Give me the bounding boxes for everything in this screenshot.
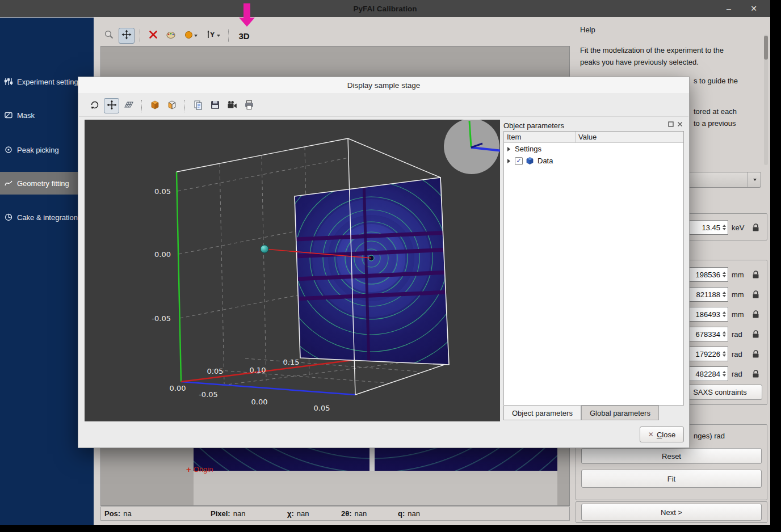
orange-circle-icon <box>184 31 193 41</box>
svg-text:-0.05: -0.05 <box>199 390 218 399</box>
tab-global-parameters[interactable]: Global parameters <box>581 406 659 420</box>
titlebar[interactable]: PyFAI Calibration – ✕ <box>0 0 770 17</box>
mask-icon <box>3 111 14 120</box>
lock-icon[interactable] <box>752 271 760 279</box>
dialog-close-button[interactable]: ✕ Close <box>640 427 684 442</box>
column-value[interactable]: Value <box>576 132 683 142</box>
help-text-fragment: tored at each <box>694 107 737 116</box>
next-button[interactable]: Next > <box>581 504 762 521</box>
origin-label: Origin <box>194 465 213 474</box>
3d-view-button[interactable]: 3D <box>234 28 254 44</box>
float-panel-icon[interactable] <box>667 121 674 127</box>
3d-canvas[interactable]: 0.05 0.00 -0.05 0.00 -0.05 0.00 0.05 0.0… <box>85 120 500 421</box>
svg-text:0.05: 0.05 <box>207 367 224 375</box>
save-button[interactable] <box>207 98 222 113</box>
origin-marker: + Origin <box>186 465 213 474</box>
spinner-arrows-icon[interactable] <box>723 331 726 337</box>
parameters-tree[interactable]: Item Value Settings ✓ Data <box>503 131 684 406</box>
status-chi: χ:nan <box>287 509 309 518</box>
unit-label: rad <box>732 350 749 358</box>
lock-icon[interactable] <box>752 310 760 319</box>
object-parameters-title: Object parameters <box>503 120 684 131</box>
sample-point <box>261 245 268 253</box>
fit-button[interactable]: Fit <box>581 470 762 488</box>
sidebar-item-label: Geometry fitting <box>17 179 69 188</box>
pan-button[interactable] <box>119 28 135 44</box>
y-axis-icon: Y <box>205 29 216 42</box>
svg-text:0.05: 0.05 <box>314 404 330 412</box>
minimize-button[interactable]: – <box>720 0 737 17</box>
dialog-title[interactable]: Display sample stage <box>78 77 689 93</box>
lock-icon[interactable] <box>752 223 760 232</box>
unit-label: mm <box>732 271 749 279</box>
sliders-icon <box>3 77 14 86</box>
close-x-icon: ✕ <box>648 430 654 438</box>
close-panel-icon[interactable] <box>677 121 683 127</box>
record-video-button[interactable] <box>224 98 240 113</box>
scrollbar-thumb[interactable] <box>764 36 768 60</box>
rotate-view-button[interactable] <box>87 98 102 113</box>
unit-label: keV <box>732 223 749 232</box>
lock-icon[interactable] <box>752 330 760 339</box>
toolbar-separator <box>140 29 140 42</box>
lock-icon[interactable] <box>752 370 760 378</box>
grid-plane-icon <box>124 100 134 112</box>
y-axis-button[interactable]: Y <box>203 28 223 44</box>
chevron-down-icon <box>217 35 220 37</box>
sidebar-item-label: Mask <box>17 111 35 120</box>
expander-icon[interactable] <box>507 147 510 151</box>
bounding-box-button[interactable] <box>147 98 162 113</box>
svg-text:Y: Y <box>210 32 215 38</box>
unit-label: mm <box>732 290 749 299</box>
colormap-button[interactable] <box>163 28 179 44</box>
help-text-fragment: s to guide the <box>694 77 738 85</box>
saxs-constraints-button[interactable]: SAXS contraints <box>678 385 762 400</box>
tree-item-label: Settings <box>515 145 541 153</box>
toolbar-separator <box>184 100 185 112</box>
marker-button[interactable] <box>180 28 201 44</box>
clear-button[interactable] <box>145 28 161 44</box>
help-title: Help <box>580 26 595 34</box>
floppy-save-icon <box>210 100 220 112</box>
tree-row-data[interactable]: ✓ Data <box>504 155 683 167</box>
help-scrollbar[interactable] <box>764 35 768 165</box>
cake-slice-icon <box>3 213 14 222</box>
sample-stage-3d-view[interactable]: 0.05 0.00 -0.05 0.00 -0.05 0.00 0.05 0.0… <box>85 120 500 421</box>
print-button[interactable] <box>241 98 257 113</box>
lock-icon[interactable] <box>752 290 760 299</box>
chevron-down-icon <box>194 35 198 37</box>
help-text-fragment: to a previous <box>694 119 736 128</box>
diffraction-image-strip[interactable] <box>194 448 557 471</box>
dialog-toolbar <box>79 95 688 117</box>
video-camera-icon <box>227 100 237 112</box>
pan-view-button[interactable] <box>104 98 119 113</box>
reset-button[interactable]: Reset <box>581 448 762 464</box>
cube-face-button[interactable] <box>164 98 179 113</box>
toolbar-separator <box>141 100 142 112</box>
zoom-button[interactable] <box>101 28 117 44</box>
check-icon: ✓ <box>516 157 521 164</box>
spinner-arrows-icon[interactable] <box>723 272 726 277</box>
spinner-arrows-icon[interactable] <box>723 311 726 317</box>
spinner-arrows-icon[interactable] <box>723 351 726 357</box>
spinner-arrows-icon[interactable] <box>723 225 726 230</box>
grid-plane-button[interactable] <box>121 98 136 113</box>
svg-text:0.15: 0.15 <box>283 358 300 366</box>
copy-button[interactable] <box>190 98 205 113</box>
tree-item-label: Data <box>538 157 553 165</box>
pan-arrows-icon <box>107 100 117 112</box>
spinner-arrows-icon[interactable] <box>723 292 726 297</box>
unit-label: rad <box>732 330 749 339</box>
expander-icon[interactable] <box>507 159 510 163</box>
lock-icon[interactable] <box>752 350 760 358</box>
panel-tabs: Object parameters Global parameters <box>503 406 659 420</box>
red-x-icon <box>148 29 158 42</box>
palette-icon <box>166 29 176 42</box>
close-window-button[interactable]: ✕ <box>745 0 762 17</box>
tab-object-parameters[interactable]: Object parameters <box>503 406 581 420</box>
tree-row-settings[interactable]: Settings <box>504 143 683 155</box>
spinner-arrows-icon[interactable] <box>723 371 726 377</box>
plot-margin <box>194 471 557 506</box>
column-item[interactable]: Item <box>504 132 576 142</box>
data-visibility-checkbox[interactable]: ✓ <box>515 157 523 165</box>
